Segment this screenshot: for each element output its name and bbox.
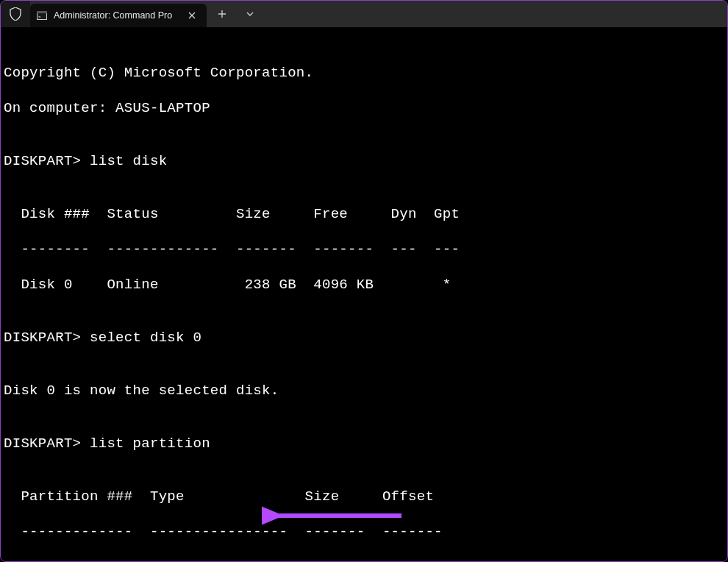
new-tab-button[interactable] <box>210 4 235 24</box>
table-divider: ------------- ---------------- ------- -… <box>4 523 724 541</box>
shield-icon <box>1 1 30 27</box>
svg-text:>_: >_ <box>38 14 44 20</box>
prompt-line: DISKPART> list disk <box>4 152 724 170</box>
terminal-output[interactable]: Copyright (C) Microsoft Corporation. On … <box>1 27 727 561</box>
prompt-line: DISKPART> select disk 0 <box>4 329 724 346</box>
tab-title: Administrator: Command Pro <box>54 10 179 21</box>
output-line: On computer: ASUS-LAPTOP <box>4 99 724 117</box>
svg-rect-1 <box>37 11 47 13</box>
tab-dropdown-button[interactable] <box>238 4 263 24</box>
close-icon[interactable] <box>185 8 199 23</box>
output-line: Disk 0 is now the selected disk. <box>4 382 724 399</box>
table-header: Disk ### Status Size Free Dyn Gpt <box>4 205 724 223</box>
titlebar: >_ Administrator: Command Pro <box>1 1 727 27</box>
table-row: Disk 0 Online 238 GB 4096 KB * <box>4 276 724 294</box>
table-divider: -------- ------------- ------- ------- -… <box>4 241 724 258</box>
output-line: Copyright (C) Microsoft Corporation. <box>4 64 724 82</box>
table-header: Partition ### Type Size Offset <box>4 488 724 505</box>
prompt-line: DISKPART> list partition <box>4 435 724 452</box>
tab-active[interactable]: >_ Administrator: Command Pro <box>30 4 207 27</box>
table-row: Partition 1 System 260 MB 1024 KB <box>4 558 724 561</box>
cmd-icon: >_ <box>36 10 48 21</box>
titlebar-actions <box>207 1 727 27</box>
